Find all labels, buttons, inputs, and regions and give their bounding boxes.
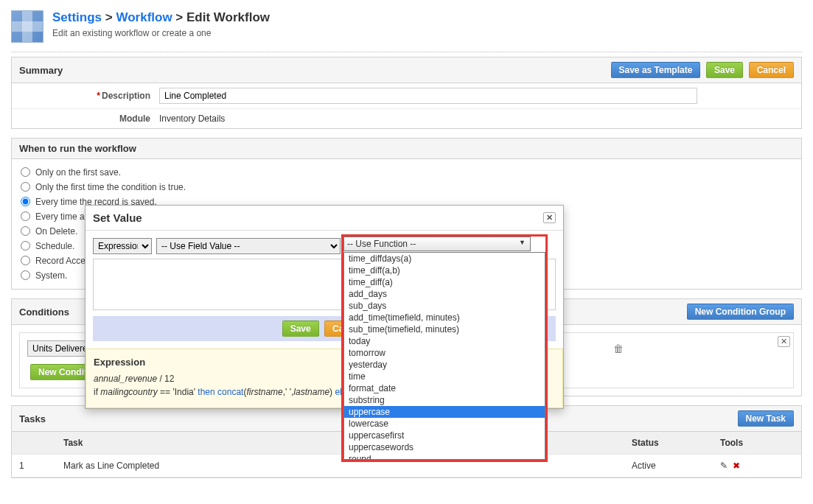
module-value: Inventory Details bbox=[159, 113, 225, 124]
remove-group-icon[interactable]: ✕ bbox=[778, 336, 790, 347]
when-option[interactable]: Only on the first save. bbox=[19, 165, 794, 180]
function-option[interactable]: time_diff(a,b) bbox=[344, 265, 545, 276]
function-option[interactable]: tomorrow bbox=[344, 347, 545, 359]
function-option[interactable]: round bbox=[344, 453, 545, 460]
description-input[interactable] bbox=[159, 88, 697, 104]
function-option[interactable]: sub_time(timefield, minutes) bbox=[344, 323, 545, 335]
function-option[interactable]: uppercasefirst bbox=[344, 430, 545, 441]
task-status: Active bbox=[624, 455, 713, 477]
task-col-num bbox=[12, 432, 56, 455]
when-heading: When to run the workflow bbox=[19, 143, 136, 154]
function-option[interactable]: uppercase bbox=[344, 406, 545, 418]
close-dialog-icon[interactable]: ✕ bbox=[543, 212, 556, 223]
use-function-select[interactable]: -- Use Function -- bbox=[343, 237, 531, 251]
breadcrumb-settings[interactable]: Settings bbox=[52, 10, 102, 24]
description-label: Description bbox=[102, 91, 150, 101]
breadcrumb: Settings > Workflow > Edit Workflow bbox=[52, 10, 270, 25]
task-col-tools: Tools bbox=[713, 432, 801, 455]
dialog-title: Set Value bbox=[93, 211, 142, 224]
new-task-button[interactable]: New Task bbox=[738, 410, 794, 427]
function-option[interactable]: time bbox=[344, 371, 545, 382]
function-dropdown: -- Use Function -- time_diffdays(a)time_… bbox=[341, 234, 548, 462]
function-option[interactable]: lowercase bbox=[344, 418, 545, 430]
function-option[interactable]: today bbox=[344, 335, 545, 347]
new-condition-group-button[interactable]: New Condition Group bbox=[687, 304, 794, 320]
cancel-button[interactable]: Cancel bbox=[749, 62, 794, 78]
task-col-status: Status bbox=[624, 432, 713, 455]
breadcrumb-workflow[interactable]: Workflow bbox=[116, 10, 172, 24]
page-subtitle: Edit an existing workflow or create a on… bbox=[52, 28, 270, 38]
function-option[interactable]: add_time(timefield, minutes) bbox=[344, 312, 545, 323]
task-num: 1 bbox=[12, 455, 56, 477]
breadcrumb-current: Edit Workflow bbox=[186, 10, 270, 24]
expression-type-select[interactable]: Expression bbox=[93, 238, 152, 254]
save-button[interactable]: Save bbox=[706, 62, 743, 78]
function-option[interactable]: add_days bbox=[344, 288, 545, 300]
function-option[interactable]: time_diff(a) bbox=[344, 276, 545, 288]
conditions-heading: Conditions bbox=[19, 307, 69, 318]
function-option[interactable]: sub_days bbox=[344, 300, 545, 312]
function-option[interactable]: substring bbox=[344, 394, 545, 406]
function-option[interactable]: uppercasewords bbox=[344, 441, 545, 453]
use-field-select[interactable]: -- Use Field Value -- bbox=[156, 238, 341, 254]
function-option-list[interactable]: time_diffdays(a)time_diff(a,b)time_diff(… bbox=[343, 252, 545, 460]
settings-module-icon bbox=[11, 10, 43, 43]
dialog-save-button[interactable]: Save bbox=[282, 321, 319, 337]
summary-heading: Summary bbox=[19, 65, 63, 76]
function-option[interactable]: time_diffdays(a) bbox=[344, 253, 545, 265]
function-option[interactable]: format_date bbox=[344, 382, 545, 394]
when-option[interactable]: Only the first time the condition is tru… bbox=[19, 180, 794, 195]
function-option[interactable]: yesterday bbox=[344, 359, 545, 371]
tasks-heading: Tasks bbox=[19, 413, 46, 424]
module-label: Module bbox=[119, 113, 150, 124]
edit-task-icon[interactable]: ✎ bbox=[720, 461, 727, 471]
delete-condition-icon[interactable]: 🗑 bbox=[613, 343, 624, 354]
save-as-template-button[interactable]: Save as Template bbox=[611, 62, 701, 78]
delete-task-icon[interactable]: ✖ bbox=[733, 461, 740, 471]
